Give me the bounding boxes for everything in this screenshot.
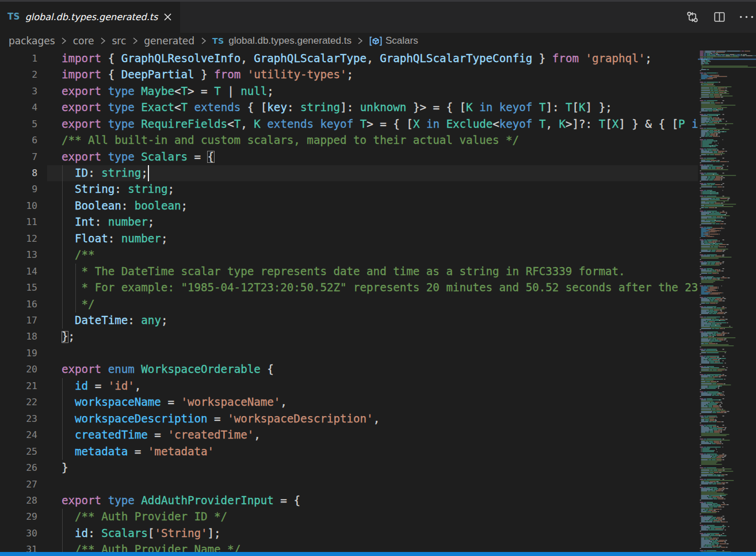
code-line-29[interactable]: /** Auth Provider ID */	[62, 509, 227, 525]
code-line-20[interactable]: export enum WorkspaceOrderable {	[62, 361, 274, 378]
code-line-12[interactable]: Float: number;	[62, 231, 167, 247]
line-number-24[interactable]: 24	[26, 427, 37, 443]
code-line-10[interactable]: Boolean: boolean;	[62, 198, 188, 214]
open-changes-button[interactable]	[682, 7, 702, 27]
token-typ: RequireFields	[141, 117, 227, 131]
token-com: /** Auth Provider ID */	[75, 510, 227, 523]
status-bar[interactable]	[0, 552, 756, 556]
line-number-13[interactable]: 13	[26, 247, 37, 263]
line-number-3[interactable]: 3	[32, 83, 37, 100]
code-line-2[interactable]: import { DeepPartial } from 'utility-typ…	[62, 67, 353, 83]
code-line-7[interactable]: export type Scalars = {	[62, 149, 214, 165]
token-typ: number	[108, 215, 148, 229]
line-number-15[interactable]: 15	[26, 280, 37, 296]
line-number-4[interactable]: 4	[32, 100, 37, 116]
code-editor[interactable]: import { GraphQLResolveInfo, GraphQLScal…	[0, 49, 756, 556]
code-line-5[interactable]: export type RequireFields<T, K extends k…	[62, 116, 698, 132]
breadcrumb-label: global.db.types.generated.ts	[228, 35, 352, 47]
line-number-27[interactable]: 27	[26, 477, 37, 493]
line-number-8[interactable]: 8	[32, 165, 37, 181]
token-pn: ;	[161, 232, 168, 245]
token-pn: > =	[188, 85, 214, 98]
code-line-26[interactable]: }	[62, 460, 68, 476]
line-number-6[interactable]: 6	[32, 132, 37, 148]
more-actions-button[interactable]	[736, 7, 756, 27]
token-var: Float	[75, 232, 108, 245]
line-number-10[interactable]: 10	[26, 198, 37, 214]
code-line-9[interactable]: String: string;	[62, 181, 174, 197]
close-tab-button[interactable]	[161, 11, 174, 24]
line-number-19[interactable]: 19	[26, 345, 37, 361]
code-line-30[interactable]: id: Scalars['String'];	[62, 525, 221, 542]
code-line-11[interactable]: Int: number;	[62, 214, 154, 230]
line-number-12[interactable]: 12	[26, 231, 37, 247]
line-number-2[interactable]: 2	[32, 67, 37, 83]
token-kw2: enum	[108, 363, 135, 376]
token-pn	[135, 117, 142, 131]
split-editor-button[interactable]	[709, 7, 729, 27]
code-line-16[interactable]: */	[62, 296, 95, 313]
code-line-25[interactable]: metadata = 'metadata'	[62, 444, 214, 460]
code-line-14[interactable]: * The DateTime scalar type represents da…	[62, 264, 625, 280]
code-line-23[interactable]: workspaceDescription = 'workspaceDescrip…	[62, 411, 380, 427]
breadcrumb-item-packages[interactable]: packages	[9, 35, 55, 47]
line-number-30[interactable]: 30	[26, 525, 37, 542]
tab-bar: TS global.db.types.generated.ts	[0, 2, 756, 33]
breadcrumb-item-src[interactable]: src	[112, 35, 126, 47]
token-kw1: export	[62, 150, 101, 163]
line-number-25[interactable]: 25	[26, 444, 37, 460]
code-line-15[interactable]: * For example: "1985-04-12T23:20:50.52Z"…	[62, 280, 698, 296]
token-pn: }	[532, 52, 552, 65]
line-number-9[interactable]: 9	[32, 181, 37, 197]
breadcrumb-item-core[interactable]: core	[73, 35, 94, 47]
code-line-6[interactable]: /** All built-in and custom scalars, map…	[62, 132, 519, 148]
tab-global-db-types-generated[interactable]: TS global.db.types.generated.ts	[0, 2, 180, 33]
token-pn	[62, 395, 75, 409]
code-line-22[interactable]: workspaceName = 'workspaceName',	[62, 394, 287, 410]
token-pn	[62, 445, 75, 458]
code-line-8[interactable]: ID: string;	[62, 165, 148, 181]
line-number-16[interactable]: 16	[26, 296, 37, 313]
code-line-3[interactable]: export type Maybe<T> = T | null;	[62, 83, 274, 100]
token-var: key	[267, 101, 287, 114]
code-line-24[interactable]: createdTime = 'createdTime',	[62, 427, 261, 443]
chevron-right-icon	[131, 36, 140, 45]
line-number-17[interactable]: 17	[26, 313, 37, 329]
code-line-4[interactable]: export type Exact<T extends { [key: stri…	[62, 100, 612, 116]
line-number-26[interactable]: 26	[26, 460, 37, 476]
token-pn: :	[88, 527, 101, 540]
line-number-28[interactable]: 28	[26, 493, 37, 509]
code-line-17[interactable]: DateTime: any;	[62, 313, 167, 329]
breadcrumb-item-global-db-types-generated-ts[interactable]: TSglobal.db.types.generated.ts	[212, 35, 352, 47]
line-number-14[interactable]: 14	[26, 264, 37, 280]
code-line-21[interactable]: id = 'id',	[62, 378, 141, 394]
line-number-21[interactable]: 21	[26, 378, 37, 394]
token-pn: ,	[240, 117, 254, 131]
line-number-20[interactable]: 20	[26, 361, 37, 378]
token-pn	[62, 182, 75, 196]
code-line-28[interactable]: export type AddAuthProviderInput = {	[62, 493, 300, 509]
breadcrumb-item-scalars[interactable]: Scalars	[369, 35, 418, 47]
code-line-1[interactable]: import { GraphQLResolveInfo, GraphQLScal…	[62, 51, 652, 67]
token-pn	[62, 379, 75, 393]
line-number-18[interactable]: 18	[26, 329, 37, 345]
line-number-22[interactable]: 22	[26, 394, 37, 410]
token-pn: ;	[148, 215, 155, 229]
token-typ: T	[181, 85, 188, 98]
token-kw2: type	[108, 85, 135, 98]
breadcrumb-item-generated[interactable]: generated	[144, 35, 194, 47]
token-kw2: keyof	[499, 117, 533, 131]
line-number-11[interactable]: 11	[26, 214, 37, 230]
minimap[interactable]	[698, 49, 756, 556]
token-typ: T	[566, 101, 572, 114]
code-line-13[interactable]: /**	[62, 247, 95, 263]
token-pn: ,	[280, 395, 287, 409]
line-number-5[interactable]: 5	[32, 116, 37, 132]
split-editor-icon	[713, 11, 726, 23]
token-var: GraphQLResolveInfo	[121, 52, 240, 65]
line-number-1[interactable]: 1	[32, 51, 37, 67]
line-number-7[interactable]: 7	[32, 149, 37, 165]
line-number-23[interactable]: 23	[26, 411, 37, 427]
token-var: ID	[75, 166, 88, 180]
line-number-29[interactable]: 29	[26, 509, 37, 525]
